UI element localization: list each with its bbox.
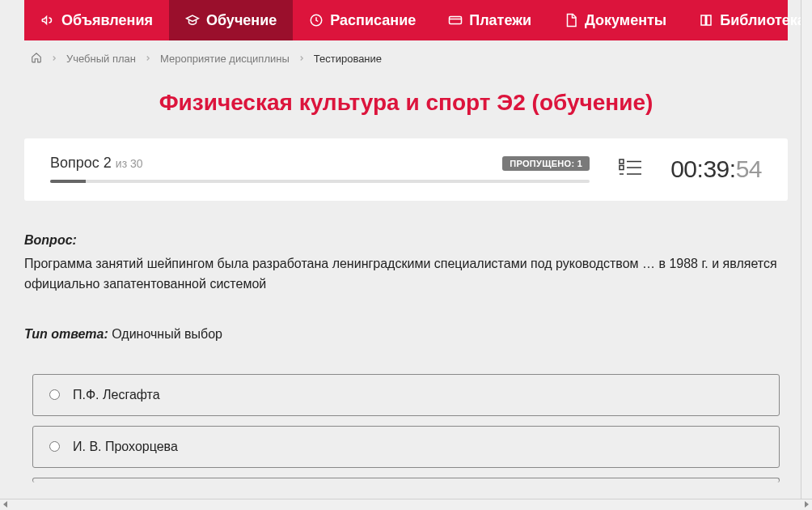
card-icon: [448, 13, 463, 28]
timer: 00:39:54: [670, 155, 762, 183]
clock-icon: [309, 13, 324, 28]
megaphone-icon: [40, 13, 55, 28]
horizontal-scrollbar[interactable]: [0, 499, 812, 510]
book-icon: [699, 13, 713, 28]
nav-item-schedule[interactable]: Расписание: [293, 0, 432, 40]
nav-item-payments[interactable]: Платежи: [432, 0, 548, 40]
answer-radio[interactable]: [49, 389, 60, 400]
breadcrumb-current: Тестирование: [314, 53, 382, 65]
question-body: Вопрос: Программа занятий шейпингом была…: [0, 233, 812, 508]
progress-fill: [50, 180, 86, 183]
vertical-scrollbar[interactable]: [801, 0, 812, 499]
list-icon: [619, 159, 641, 176]
grad-cap-icon: [185, 13, 200, 28]
answer-option[interactable]: П.Ф. Лесгафта: [32, 374, 780, 416]
svg-rect-2: [620, 159, 624, 164]
question-list-button[interactable]: [590, 159, 670, 180]
chevron-right-icon: [144, 53, 152, 65]
nav-label: Библиотека: [720, 12, 806, 29]
nav-item-documents[interactable]: Документы: [548, 0, 683, 40]
svg-rect-4: [620, 165, 624, 169]
answer-text: И. В. Прохорцева: [73, 440, 178, 454]
answer-option[interactable]: И. В. Прохорцева: [32, 426, 780, 468]
nav-label: Расписание: [330, 12, 416, 29]
question-header-card: Вопрос 2 из 30 ПРОПУЩЕНО: 1 00:39:54: [24, 138, 788, 201]
breadcrumb-link[interactable]: Учебный план: [66, 53, 136, 65]
chevron-right-icon: [50, 53, 58, 65]
progress-bar: [50, 180, 590, 183]
nav-label: Обучение: [206, 12, 277, 29]
answer-type: Тип ответа: Одиночный выбор: [24, 327, 788, 342]
breadcrumb-link[interactable]: Мероприятие дисциплины: [160, 53, 290, 65]
breadcrumb: Учебный план Мероприятие дисциплины Тест…: [0, 40, 812, 74]
nav-label: Объявления: [61, 12, 153, 29]
nav-item-learning[interactable]: Обучение: [169, 0, 293, 40]
nav-item-announcements[interactable]: Объявления: [24, 0, 169, 40]
answer-text: П.Ф. Лесгафта: [73, 388, 160, 402]
options-list: П.Ф. Лесгафта И. В. Прохорцева: [24, 374, 788, 508]
page-title: Физическая культура и спорт Э2 (обучение…: [0, 90, 812, 116]
top-nav: Объявления Обучение Расписание Платежи Д…: [24, 0, 788, 40]
document-icon: [564, 13, 578, 28]
question-text: Программа занятий шейпингом была разрабо…: [24, 254, 788, 295]
question-label: Вопрос:: [24, 233, 788, 248]
question-progress-block: Вопрос 2 из 30 ПРОПУЩЕНО: 1: [50, 155, 590, 183]
home-icon[interactable]: [31, 52, 42, 66]
nav-item-library[interactable]: Библиотека: [683, 0, 812, 40]
chevron-right-icon: [298, 53, 306, 65]
nav-label: Платежи: [469, 12, 531, 29]
skipped-badge: ПРОПУЩЕНО: 1: [502, 156, 590, 171]
nav-label: Документы: [585, 12, 666, 29]
answer-option[interactable]: [32, 478, 780, 482]
question-number: Вопрос 2 из 30: [50, 155, 143, 172]
svg-rect-1: [450, 17, 462, 24]
answer-radio[interactable]: [49, 441, 60, 452]
